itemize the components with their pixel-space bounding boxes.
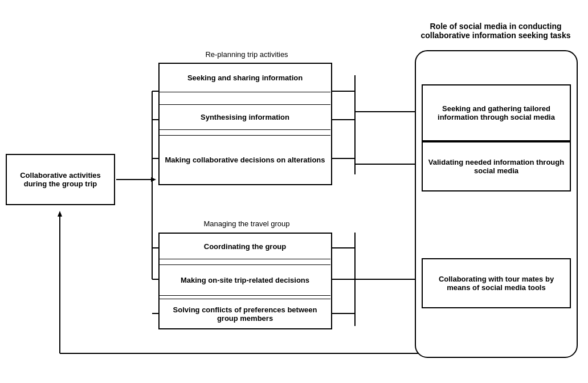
box-role-title: Role of social media in conducting colla… <box>416 22 575 40</box>
box-synthesising: Synthesising information <box>160 104 330 130</box>
label-replanning: Re-planning trip activities <box>158 50 335 59</box>
box-seeking-gathering: Seeking and gathering tailored informati… <box>422 84 571 141</box>
svg-marker-1 <box>151 177 156 182</box>
box-main: Collaborative activities during the grou… <box>6 154 115 205</box>
svg-marker-29 <box>58 211 62 217</box>
label-managing: Managing the travel group <box>158 219 335 228</box>
box-collaborating: Collaborating with tour mates by means o… <box>422 258 571 308</box>
box-making-collaborative: Making collaborative decisions on altera… <box>160 135 330 184</box>
box-validating: Validating needed information through so… <box>422 141 571 192</box>
box-seeking-sharing: Seeking and sharing information <box>160 64 330 92</box>
box-solving-conflicts: Solving conflicts of preferences between… <box>160 299 330 328</box>
box-making-onsite: Making on-site trip-related decisions <box>160 264 330 296</box>
box-coordinating: Coordinating the group <box>160 234 330 259</box>
